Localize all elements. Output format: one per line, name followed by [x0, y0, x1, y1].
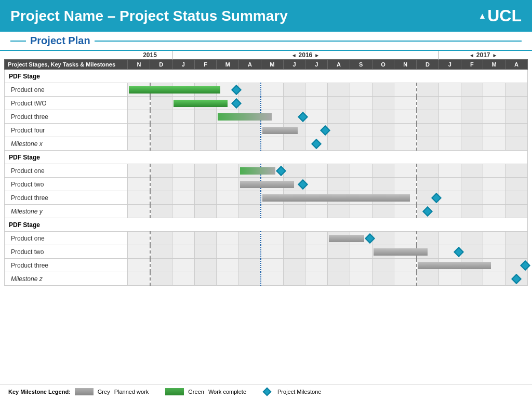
grid-cell: [328, 97, 350, 110]
grid-cell: [506, 232, 528, 245]
col-F2: F: [461, 60, 483, 70]
grid-cell: [150, 110, 172, 124]
col-header-label: Project Stages, Key Tasks & Milestones: [5, 60, 128, 70]
col-J3: J: [438, 60, 461, 70]
grid-cell: [283, 97, 305, 110]
grid-cell: [394, 97, 417, 110]
grid-cell: [350, 97, 372, 110]
grid-cell: [194, 164, 217, 178]
grid-cell: [461, 124, 483, 137]
grid-cell: [417, 83, 439, 97]
gantt-bar: [218, 113, 272, 121]
grid-cell: [438, 97, 461, 110]
grid-cell: [394, 83, 417, 97]
grid-cell: [394, 124, 417, 137]
grid-cell: [506, 124, 528, 137]
grid-cell: [128, 259, 150, 272]
col-D2: D: [417, 60, 439, 70]
grid-cell: [461, 178, 483, 191]
grid-cell: [239, 137, 261, 151]
grid-cell: [438, 245, 461, 259]
col-M2: M: [261, 60, 283, 70]
milestone-diamond: [422, 206, 433, 217]
grid-cell: [483, 245, 506, 259]
grid-cell: [350, 272, 372, 286]
grid-cell: [417, 259, 439, 272]
stage-row: PDF Stage: [5, 218, 528, 232]
grid-cell: [150, 97, 172, 110]
grid-cell: [172, 259, 194, 272]
row-label: Product one: [5, 232, 128, 245]
grid-cell: [194, 232, 217, 245]
grid-cell: [506, 191, 528, 205]
logo-text: UCL: [487, 6, 522, 25]
legend-grey-label: Grey: [98, 389, 110, 395]
grid-cell: [328, 178, 350, 191]
grid-cell: [461, 97, 483, 110]
grid-cell: [283, 137, 305, 151]
legend-label: Key Milestone Legend:: [8, 389, 71, 395]
grid-cell: [461, 232, 483, 245]
grid-cell: [372, 178, 394, 191]
row-label: Milestone x: [5, 137, 128, 151]
grid-cell: [283, 205, 305, 218]
grid-cell: [283, 83, 305, 97]
table-row: Product three: [5, 191, 528, 205]
grid-cell: [283, 232, 305, 245]
grid-cell: [261, 83, 283, 97]
grid-cell: [172, 137, 194, 151]
grid-cell: [150, 164, 172, 178]
grid-cell: [128, 205, 150, 218]
grid-cell: [172, 178, 194, 191]
grid-cell: [217, 205, 239, 218]
grid-cell: [283, 245, 305, 259]
grid-cell: [350, 178, 372, 191]
grid-cell: [239, 178, 261, 191]
grid-cell: [194, 137, 217, 151]
grid-cell: [150, 191, 172, 205]
grid-cell: [172, 97, 194, 110]
sub-header-line-right: [95, 41, 522, 42]
grid-cell: [261, 191, 283, 205]
grid-cell: [217, 272, 239, 286]
col-N2: N: [394, 60, 417, 70]
grid-cell: [438, 164, 461, 178]
grid-cell: [394, 137, 417, 151]
grid-cell: [417, 164, 439, 178]
col-J3: J: [305, 60, 328, 70]
grid-cell: [394, 178, 417, 191]
year-2017: ◄ 2017 ►: [438, 51, 527, 60]
grid-cell: [438, 137, 461, 151]
grid-cell: [417, 137, 439, 151]
milestone-diamond: [520, 260, 530, 271]
gantt-body: PDF StageProduct oneProduct tWOProduct t…: [5, 70, 528, 286]
stage-row: PDF Stage: [5, 70, 528, 83]
grid-cell: [506, 272, 528, 286]
grid-cell: [150, 137, 172, 151]
table-row: Product one: [5, 83, 528, 97]
grid-cell: [506, 110, 528, 124]
stage-label: PDF Stage: [5, 70, 528, 83]
sub-header-title: Project Plan: [30, 35, 90, 47]
gantt-bar: [240, 167, 275, 175]
grid-cell: [328, 232, 350, 245]
grid-cell: [483, 83, 506, 97]
gantt-bar: [129, 86, 220, 94]
grid-cell: [483, 205, 506, 218]
grid-cell: [417, 178, 439, 191]
grid-cell: [417, 272, 439, 286]
table-row: Product tWO: [5, 97, 528, 110]
grid-cell: [417, 97, 439, 110]
year-2015: 2015: [128, 51, 172, 60]
grid-cell: [217, 137, 239, 151]
grid-cell: [261, 232, 283, 245]
grid-cell: [239, 164, 261, 178]
gantt-bar: [174, 100, 228, 107]
grid-cell: [128, 232, 150, 245]
arrow-left-2017: ◄: [469, 52, 474, 58]
table-row: Product three: [5, 259, 528, 272]
grid-cell: [350, 205, 372, 218]
gantt-bar: [418, 262, 491, 269]
table-row: Product four: [5, 124, 528, 137]
grid-cell: [328, 272, 350, 286]
